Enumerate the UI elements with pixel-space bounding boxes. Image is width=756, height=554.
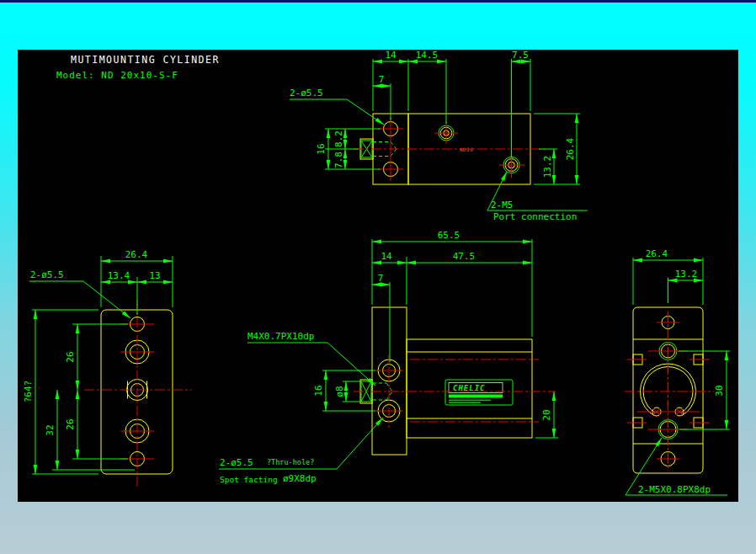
dim-64: ?64? <box>23 381 34 403</box>
dim-14: 14 <box>381 251 392 262</box>
holes-label: 2-ø5.5 <box>30 269 64 280</box>
dim-7: 7 <box>379 74 385 85</box>
dim-26-lower: 26 <box>65 418 76 429</box>
dim-14: 14 <box>385 50 397 61</box>
dim-13-2: 13.2 <box>675 269 698 280</box>
drawing-model: Model: ND 20x10-S-F <box>56 70 178 81</box>
cad-viewer-screen: MUTIMOUNTING CYLINDER Model: ND 20x10-S-… <box>0 0 756 554</box>
drawing-canvas: MUTIMOUNTING CYLINDER Model: ND 20x10-S-… <box>0 0 756 554</box>
thru-hole-note: ?Thru-hole? <box>267 458 314 466</box>
dim-65-5: 65.5 <box>438 230 461 241</box>
dim-26-4: 26.4 <box>125 249 148 260</box>
port-label-line2: Port connection <box>493 211 577 222</box>
dim-16: 16 <box>316 143 327 154</box>
dim-13: 13 <box>149 270 160 281</box>
dim-13-2: 13.2 <box>542 156 553 178</box>
dim-47-5: 47.5 <box>453 251 476 262</box>
dim-7: 7 <box>378 273 384 284</box>
dim-32: 32 <box>45 424 56 435</box>
dim-14-5: 14.5 <box>416 50 439 61</box>
dim-7-5: 7.5 <box>512 50 529 61</box>
dim-26-4: 26.4 <box>565 137 576 160</box>
dim-dia8: ø8 <box>334 386 345 397</box>
dim-13-4: 13.4 <box>108 270 130 281</box>
port-label-line1: 2-M5 <box>491 200 514 210</box>
port-thread-label: 2-M5X0.8PX8dp <box>638 484 711 495</box>
dim-20: 20 <box>541 409 552 420</box>
body-marking-text: ND20 <box>460 146 473 152</box>
holes-label: 2-ø5.5 <box>290 88 323 99</box>
spot-facing-size: ø9X8dp <box>283 473 317 484</box>
brand-stripe <box>449 395 503 398</box>
dim-7-8: 7.8 <box>333 152 344 168</box>
thread-label: M4X0.7PX10dp <box>248 331 314 342</box>
dim-30: 30 <box>714 385 725 396</box>
dim-26-upper: 26 <box>65 351 76 362</box>
dim-8-2: 8.2 <box>333 131 344 147</box>
dim-16: 16 <box>313 385 324 396</box>
thru-hole-label: 2-ø5.5 <box>220 457 253 468</box>
drawing-title: MUTIMOUNTING CYLINDER <box>71 54 220 66</box>
spot-facing-label: Spot facting <box>220 475 278 484</box>
dim-26-4: 26.4 <box>646 248 668 259</box>
